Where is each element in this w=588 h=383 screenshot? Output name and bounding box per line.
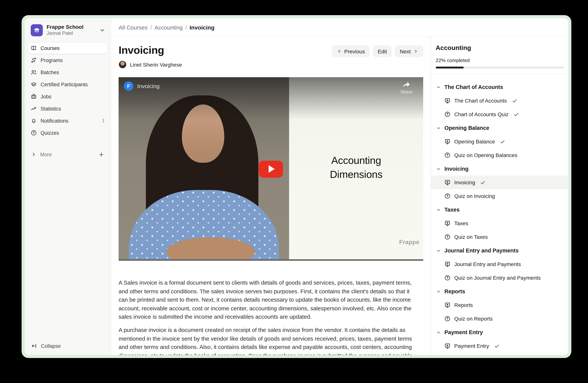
chapter-title: Reports <box>444 288 465 294</box>
chapter-header-reports[interactable]: Reports <box>431 285 568 298</box>
chapter-title: The Chart of Accounts <box>444 84 503 90</box>
sidebar-item-notifications[interactable]: Notifications1 <box>28 115 108 126</box>
outline-item-label: Payment Entry <box>454 343 489 349</box>
chapter-title: Journal Entry and Payments <box>444 248 519 254</box>
outline-item-label: Reports <box>454 302 473 308</box>
channel-avatar[interactable]: F <box>124 81 133 91</box>
chapter-header-invoicing[interactable]: Invoicing <box>431 162 568 176</box>
book-open-icon <box>31 45 37 51</box>
outline-item-label: Quiz on Opening Balances <box>454 152 517 158</box>
outline-lesson-journal-entry-and-payments[interactable]: Journal Entry and Payments <box>431 257 568 271</box>
help-circle-icon <box>31 130 37 136</box>
chapter-header-opening-balance[interactable]: Opening Balance <box>431 121 568 135</box>
outline-item-label: Quiz on Taxes <box>454 234 488 240</box>
chapter-header-taxes[interactable]: Taxes <box>431 203 568 216</box>
video-title-row[interactable]: F Invoicing <box>124 81 160 91</box>
outline-lesson-invoicing[interactable]: Invoicing <box>431 176 568 189</box>
briefcase-icon <box>31 94 37 99</box>
notification-count-badge: 1 <box>102 118 105 123</box>
course-progress-label: 22% completed <box>436 57 564 63</box>
chapter-title: Payment Entry <box>444 329 483 335</box>
outline-item-label: Quiz on Invoicing <box>454 193 495 199</box>
video-progress-bar[interactable] <box>119 259 423 261</box>
breadcrumb-course[interactable]: Accounting <box>155 24 183 30</box>
chevron-down-icon <box>436 289 441 294</box>
course-panel-header: Accounting 22% completed <box>431 37 568 69</box>
users-icon <box>31 69 37 75</box>
quiz-icon <box>444 316 450 322</box>
chapter-header-journal-entry-and-payments[interactable]: Journal Entry and Payments <box>431 244 568 257</box>
sidebar-item-jobs[interactable]: Jobs <box>28 91 108 102</box>
video-title[interactable]: Invoicing <box>137 83 160 89</box>
lesson-actions: Previous Edit Next <box>332 45 423 57</box>
outline-quiz-chart-of-accounts-quiz[interactable]: Chart of Accounts Quiz <box>431 108 568 121</box>
lesson-icon <box>444 302 450 308</box>
outline-lesson-payment-entry[interactable]: Payment Entry <box>431 339 568 353</box>
sidebar-item-batches[interactable]: Batches <box>28 67 108 78</box>
course-title: Accounting <box>436 44 564 52</box>
share-arrow-icon <box>402 81 411 89</box>
sidebar-more[interactable]: More <box>25 149 111 160</box>
quiz-icon <box>444 152 450 158</box>
app-window: Frappe School Jannat Patel CoursesProgra… <box>21 15 571 358</box>
outline-lesson-opening-balance[interactable]: Opening Balance <box>431 135 568 148</box>
lesson-icon <box>444 261 450 267</box>
previous-button[interactable]: Previous <box>332 45 370 57</box>
quiz-icon <box>444 275 450 281</box>
sidebar-item-certified-participants[interactable]: Certified Participants <box>28 79 108 90</box>
play-button[interactable] <box>259 160 283 177</box>
frappe-school-logo <box>31 24 43 36</box>
collapse-label: Collapse <box>41 343 61 349</box>
chevron-left-icon <box>337 49 341 54</box>
sidebar-item-label: Jobs <box>41 94 51 99</box>
lesson-main: Invoicing Linet Sherin Varghese <box>111 37 431 355</box>
breadcrumb-all-courses[interactable]: All Courses <box>119 24 147 30</box>
sidebar-item-statistics[interactable]: Statistics <box>28 103 108 114</box>
sidebar-item-programs[interactable]: Programs <box>28 55 108 66</box>
collapse-sidebar-button[interactable]: Collapse <box>31 343 61 349</box>
share-button[interactable]: Share <box>400 81 413 95</box>
chevron-down-icon[interactable] <box>99 27 105 33</box>
video-gradient-overlay <box>119 77 423 120</box>
collapse-icon <box>31 343 37 349</box>
outline-lesson-reports[interactable]: Reports <box>431 298 568 312</box>
outline-quiz-quiz-on-taxes[interactable]: Quiz on Taxes <box>431 230 568 244</box>
check-icon <box>513 112 519 117</box>
plus-icon[interactable] <box>99 152 104 157</box>
chapter-header-the-chart-of-accounts[interactable]: The Chart of Accounts <box>431 80 568 94</box>
outline-quiz-quiz-on-opening-balances[interactable]: Quiz on Opening Balances <box>431 148 568 162</box>
breadcrumb: All Courses / Accounting / Invoicing <box>111 18 568 37</box>
chevron-down-icon <box>436 207 441 212</box>
share-label: Share <box>400 89 413 95</box>
outline-quiz-quiz-on-journal-entry-and-payments[interactable]: Quiz on Journal Entry and Payments <box>431 271 568 285</box>
course-outline: The Chart of AccountsThe Chart of Accoun… <box>431 74 568 355</box>
video-player[interactable]: Accounting Dimensions Frappe F Invoicing <box>119 77 423 261</box>
outline-lesson-taxes[interactable]: Taxes <box>431 216 568 230</box>
lesson-paragraph: A Sales invoice is a formal document sen… <box>119 279 416 321</box>
author-avatar <box>119 60 126 69</box>
sidebar-item-label: Statistics <box>41 106 61 112</box>
workspace-switcher[interactable]: Frappe School Jannat Patel <box>25 18 111 40</box>
edit-label: Edit <box>378 48 387 54</box>
app-surface: Frappe School Jannat Patel CoursesProgra… <box>25 18 568 355</box>
chevron-down-icon <box>436 125 441 130</box>
next-button[interactable]: Next <box>395 45 423 57</box>
outline-quiz-quiz-on-invoicing[interactable]: Quiz on Invoicing <box>431 189 568 203</box>
edit-button[interactable]: Edit <box>373 45 392 57</box>
chevron-down-icon <box>436 248 441 253</box>
chapter-title: Opening Balance <box>444 125 489 131</box>
school-name: Frappe School <box>47 24 83 30</box>
outline-item-label: Taxes <box>454 220 468 226</box>
check-icon <box>512 98 517 103</box>
play-icon <box>269 165 275 173</box>
author-name: Linet Sherin Varghese <box>130 61 182 68</box>
outline-lesson-the-chart-of-accounts[interactable]: The Chart of Accounts <box>431 94 568 108</box>
outline-item-label: Opening Balance <box>454 138 495 145</box>
sidebar-nav: CoursesProgramsBatchesCertified Particip… <box>25 42 111 139</box>
lesson-icon <box>444 98 450 104</box>
outline-item-label: Chart of Accounts Quiz <box>454 111 508 117</box>
chapter-header-payment-entry[interactable]: Payment Entry <box>431 326 568 339</box>
sidebar-item-courses[interactable]: Courses <box>28 42 108 54</box>
outline-quiz-quiz-on-reports[interactable]: Quiz on Reports <box>431 312 568 326</box>
sidebar-item-quizzes[interactable]: Quizzes <box>28 127 108 138</box>
